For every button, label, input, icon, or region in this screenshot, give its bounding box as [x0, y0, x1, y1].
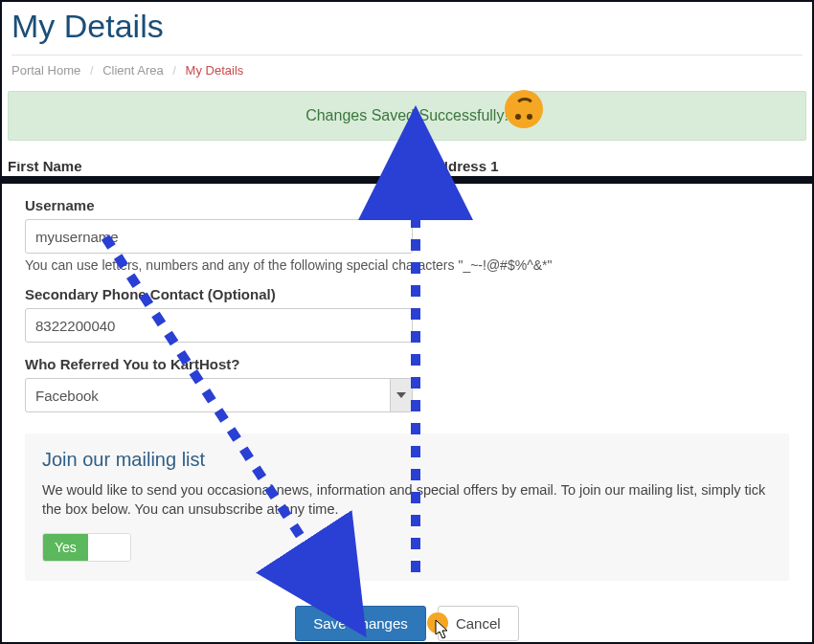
- cursor-icon: [435, 619, 450, 643]
- mailing-toggle-off: [88, 534, 130, 561]
- secondary-phone-label: Secondary Phone Contact (Optional): [25, 286, 789, 302]
- breadcrumb-current: My Details: [186, 63, 244, 78]
- referrer-select[interactable]: Facebook: [25, 378, 413, 412]
- mailing-panel: Join our mailing list We would like to s…: [25, 433, 789, 581]
- breadcrumb-home[interactable]: Portal Home: [11, 63, 80, 78]
- partial-labels-row: First Name Address 1: [8, 162, 806, 173]
- username-input[interactable]: [25, 219, 413, 254]
- mailing-toggle-yes: Yes: [43, 534, 88, 561]
- first-name-label: First Name: [8, 162, 82, 173]
- mailing-text: We would like to send you occasional new…: [42, 480, 772, 520]
- secondary-phone-input[interactable]: [25, 308, 413, 343]
- section-divider-bar: [0, 176, 814, 184]
- success-alert-text: Changes Saved Successfully!: [305, 107, 509, 123]
- breadcrumb-area[interactable]: Client Area: [102, 63, 164, 78]
- mailing-toggle[interactable]: Yes: [42, 533, 131, 562]
- mailing-heading: Join our mailing list: [42, 449, 772, 471]
- referrer-label: Who Referred You to KartHost?: [25, 356, 789, 372]
- username-help: You can use letters, numbers and any of …: [25, 257, 789, 273]
- form-actions: Save Changes Cancel: [25, 606, 789, 641]
- divider: [11, 55, 803, 56]
- breadcrumb-sep: /: [172, 63, 176, 78]
- username-label: Username: [25, 197, 789, 213]
- smiley-icon: [505, 90, 543, 128]
- breadcrumb-sep: /: [90, 63, 94, 78]
- breadcrumb: Portal Home / Client Area / My Details: [8, 63, 806, 91]
- success-alert: Changes Saved Successfully!: [8, 91, 806, 141]
- page-title: My Details: [11, 8, 803, 45]
- save-changes-button[interactable]: Save Changes: [295, 606, 425, 641]
- address1-label: Address 1: [429, 162, 499, 173]
